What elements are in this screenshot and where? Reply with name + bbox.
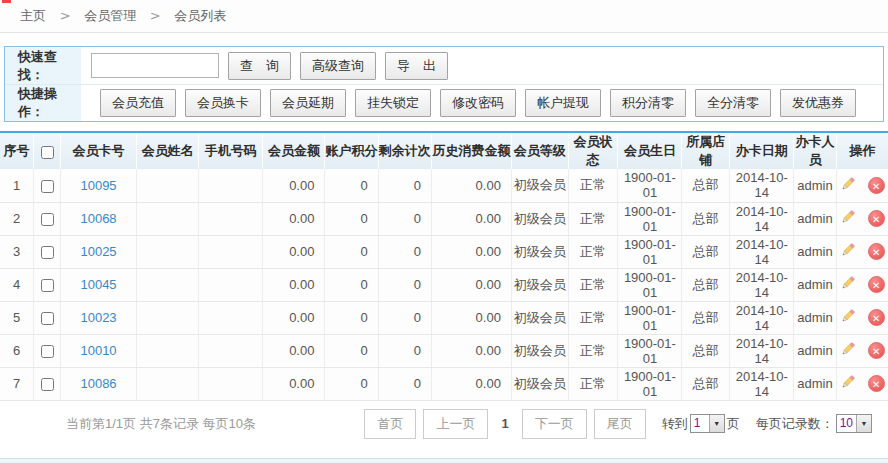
breadcrumb-member-management[interactable]: 会员管理: [84, 8, 136, 23]
delete-icon[interactable]: ✕: [868, 177, 885, 194]
row-checkbox[interactable]: [41, 345, 54, 358]
clear-all-points-button[interactable]: 全分清零: [695, 89, 771, 117]
edit-pencil-icon[interactable]: [840, 341, 856, 360]
export-button[interactable]: 导 出: [385, 52, 448, 80]
row-checkbox-cell: [34, 301, 61, 334]
edit-pencil-icon[interactable]: [840, 209, 856, 228]
row-history-amount: 0.00: [431, 301, 511, 334]
row-points: 0: [325, 202, 378, 235]
row-operations: ✕: [836, 367, 888, 400]
member-change-card-button[interactable]: 会员换卡: [185, 89, 261, 117]
row-checkbox[interactable]: [41, 378, 54, 391]
row-card-date: 2014-10-14: [730, 367, 794, 400]
row-card-no-cell: 10095: [60, 169, 136, 202]
row-operator: admin: [794, 301, 837, 334]
header-operations: 操作: [836, 132, 888, 169]
row-name: [137, 301, 199, 334]
row-status: 正常: [568, 301, 618, 334]
row-card-date: 2014-10-14: [730, 169, 794, 202]
row-birthday: 1900-01-01: [618, 202, 682, 235]
row-card-no-cell: 10086: [60, 367, 136, 400]
quick-search-label: 快速查找：: [5, 47, 81, 84]
clear-points-button[interactable]: 积分清零: [610, 89, 686, 117]
select-all-checkbox[interactable]: [41, 146, 54, 159]
row-status: 正常: [568, 367, 618, 400]
row-operator: admin: [794, 169, 837, 202]
row-times-left: 0: [378, 235, 431, 268]
edit-pencil-icon[interactable]: [840, 275, 856, 294]
change-password-button[interactable]: 修改密码: [440, 89, 516, 117]
card-no-link[interactable]: 10010: [80, 343, 116, 358]
row-level: 初级会员: [511, 334, 568, 367]
row-history-amount: 0.00: [431, 202, 511, 235]
row-amount: 0.00: [263, 268, 325, 301]
delete-icon[interactable]: ✕: [868, 243, 885, 260]
report-loss-lock-button[interactable]: 挂失锁定: [355, 89, 431, 117]
account-withdraw-button[interactable]: 帐户提现: [525, 89, 601, 117]
row-operations: ✕: [836, 301, 888, 334]
delete-icon[interactable]: ✕: [868, 210, 885, 227]
row-index: 4: [0, 268, 34, 301]
member-extend-button[interactable]: 会员延期: [270, 89, 346, 117]
header-card-no: 会员卡号: [60, 132, 136, 169]
row-checkbox[interactable]: [41, 180, 54, 193]
row-checkbox-cell: [34, 367, 61, 400]
send-coupon-button[interactable]: 发优惠券: [780, 89, 856, 117]
search-button[interactable]: 查 询: [228, 52, 291, 80]
table-body: 1 10095 0.00 0 0 0.00 初级会员 正常 1900-01-01…: [0, 169, 888, 400]
card-no-link[interactable]: 10068: [80, 211, 116, 226]
card-no-link[interactable]: 10095: [80, 178, 116, 193]
delete-icon[interactable]: ✕: [868, 309, 885, 326]
row-checkbox[interactable]: [41, 246, 54, 259]
header-amount: 会员金额: [263, 132, 325, 169]
row-phone: [199, 169, 263, 202]
prev-page-button[interactable]: 上一页: [423, 409, 488, 439]
header-index: 序号: [0, 132, 34, 169]
row-status: 正常: [568, 169, 618, 202]
page-summary: 当前第1/1页 共7条记录 每页10条: [66, 415, 256, 433]
last-page-button[interactable]: 尾页: [594, 409, 646, 439]
breadcrumb-home[interactable]: 主页: [20, 8, 46, 23]
card-no-link[interactable]: 10086: [80, 376, 116, 391]
delete-icon[interactable]: ✕: [868, 276, 885, 293]
edit-pencil-icon[interactable]: [840, 374, 856, 393]
breadcrumb-separator: >: [60, 8, 71, 23]
row-checkbox[interactable]: [41, 213, 54, 226]
page-size-select[interactable]: 10 ▼: [836, 414, 872, 433]
table-row: 5 10023 0.00 0 0 0.00 初级会员 正常 1900-01-01…: [0, 301, 888, 334]
breadcrumb-member-list: 会员列表: [174, 8, 226, 23]
delete-icon[interactable]: ✕: [868, 375, 885, 392]
row-birthday: 1900-01-01: [618, 235, 682, 268]
row-phone: [199, 202, 263, 235]
delete-icon[interactable]: ✕: [868, 342, 885, 359]
next-page-button[interactable]: 下一页: [522, 409, 587, 439]
edit-pencil-icon[interactable]: [840, 242, 856, 261]
row-level: 初级会员: [511, 367, 568, 400]
row-amount: 0.00: [263, 301, 325, 334]
member-recharge-button[interactable]: 会员充值: [100, 89, 176, 117]
row-store: 总部: [682, 367, 730, 400]
header-birthday: 会员生日: [618, 132, 682, 169]
top-left-red-mark: [2, 0, 11, 3]
row-amount: 0.00: [263, 169, 325, 202]
chevron-down-icon: ▼: [856, 415, 871, 432]
search-input[interactable]: [91, 53, 219, 78]
first-page-button[interactable]: 首页: [364, 409, 416, 439]
card-no-link[interactable]: 10023: [80, 310, 116, 325]
card-no-link[interactable]: 10025: [80, 244, 116, 259]
table-row: 2 10068 0.00 0 0 0.00 初级会员 正常 1900-01-01…: [0, 202, 888, 235]
advanced-search-button[interactable]: 高级查询: [300, 52, 376, 80]
goto-page-select[interactable]: 1 ▼: [690, 414, 725, 433]
row-checkbox[interactable]: [41, 279, 54, 292]
row-status: 正常: [568, 202, 618, 235]
edit-pencil-icon[interactable]: [840, 308, 856, 327]
table-row: 7 10086 0.00 0 0 0.00 初级会员 正常 1900-01-01…: [0, 367, 888, 400]
edit-pencil-icon[interactable]: [840, 176, 856, 195]
row-times-left: 0: [378, 334, 431, 367]
card-no-link[interactable]: 10045: [80, 277, 116, 292]
row-amount: 0.00: [263, 202, 325, 235]
row-checkbox-cell: [34, 235, 61, 268]
breadcrumb-separator: >: [150, 8, 161, 23]
row-checkbox[interactable]: [41, 312, 54, 325]
row-index: 6: [0, 334, 34, 367]
